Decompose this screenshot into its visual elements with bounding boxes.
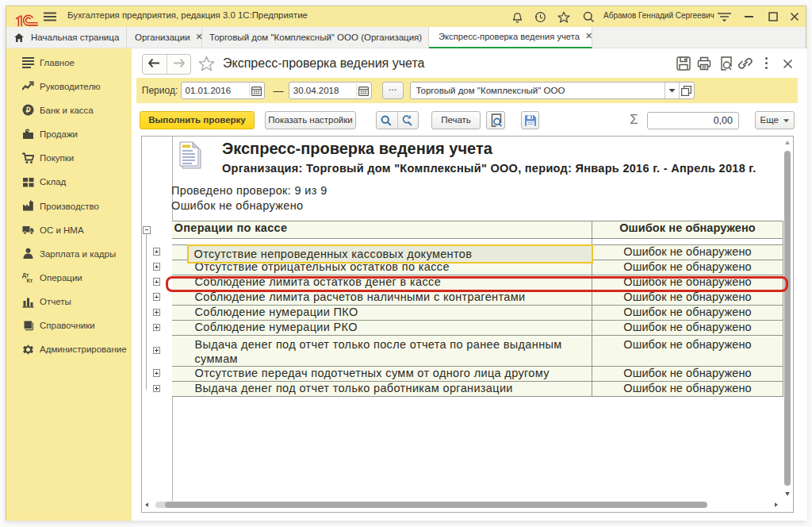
svg-text:Кт: Кт <box>27 278 33 283</box>
svg-text:₽: ₽ <box>25 106 30 114</box>
